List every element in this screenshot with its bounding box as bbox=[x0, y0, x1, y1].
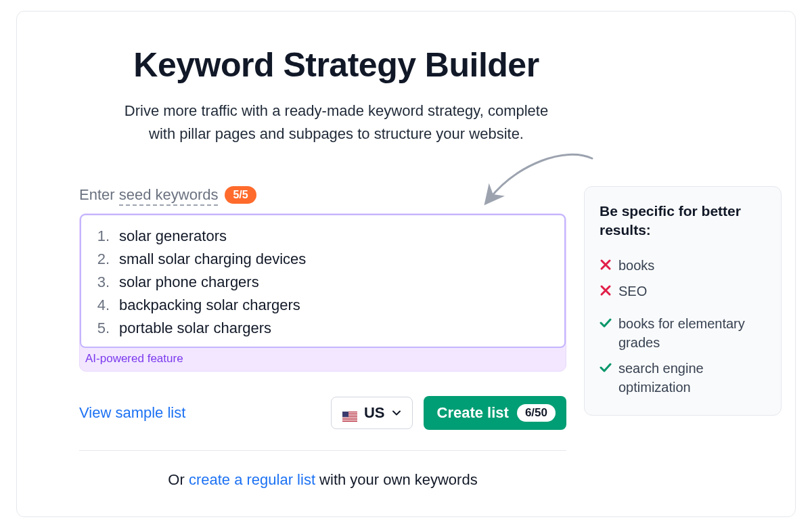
card: Keyword Strategy Builder Drive more traf… bbox=[16, 11, 796, 517]
alt-suffix: with your own keywords bbox=[315, 471, 478, 488]
seed-box: solar generators small solar charging de… bbox=[79, 213, 566, 372]
tip-bad-text: books bbox=[618, 256, 654, 275]
seed-item[interactable]: solar phone chargers bbox=[93, 271, 552, 294]
tip-bad-item: SEO bbox=[600, 278, 766, 304]
subtitle-line-1: Drive more traffic with a ready-made key… bbox=[125, 102, 548, 119]
seed-item[interactable]: solar generators bbox=[93, 225, 552, 248]
seed-label-prefix: Enter bbox=[79, 186, 119, 203]
seed-item-text: solar phone chargers bbox=[119, 273, 259, 291]
seed-list: solar generators small solar charging de… bbox=[93, 225, 552, 340]
check-icon bbox=[600, 361, 612, 374]
seed-item[interactable]: portable solar chargers bbox=[93, 317, 552, 340]
alternate-row: Or create a regular list with your own k… bbox=[79, 471, 566, 489]
svg-rect-6 bbox=[342, 420, 357, 420]
subtitle-line-2: with pillar pages and subpages to struct… bbox=[149, 125, 524, 142]
country-select[interactable]: US bbox=[331, 397, 413, 429]
us-flag-icon bbox=[342, 408, 357, 418]
tip-good-text: search engine optimization bbox=[618, 359, 766, 397]
main: Keyword Strategy Builder Drive more traf… bbox=[79, 45, 593, 489]
seed-input[interactable]: solar generators small solar charging de… bbox=[80, 214, 566, 348]
create-list-button[interactable]: Create list 6/50 bbox=[424, 396, 566, 430]
tip-good-item: books for elementary grades bbox=[600, 311, 766, 355]
x-icon bbox=[600, 284, 612, 296]
country-code: US bbox=[364, 404, 385, 422]
tip-good-item: search engine optimization bbox=[600, 355, 766, 400]
check-icon bbox=[600, 317, 612, 329]
subtitle: Drive more traffic with a ready-made key… bbox=[79, 100, 593, 146]
tip-card: Be specific for better results: books SE… bbox=[584, 186, 782, 416]
create-list-count-pill: 6/50 bbox=[517, 404, 556, 422]
divider bbox=[79, 450, 566, 451]
ai-feature-label: AI-powered feature bbox=[80, 348, 566, 371]
page-title: Keyword Strategy Builder bbox=[59, 45, 614, 85]
create-list-label: Create list bbox=[437, 404, 509, 422]
chevron-down-icon bbox=[392, 408, 401, 418]
x-icon bbox=[600, 259, 612, 271]
tip-list: books SEO books for elementary grades se… bbox=[600, 252, 766, 400]
svg-rect-4 bbox=[342, 417, 357, 418]
svg-rect-5 bbox=[342, 418, 357, 419]
seed-item[interactable]: backpacking solar chargers bbox=[93, 294, 552, 317]
seed-item-text: backpacking solar chargers bbox=[119, 296, 300, 314]
seed-count-badge: 5/5 bbox=[225, 186, 256, 204]
create-regular-list-link[interactable]: create a regular list bbox=[189, 471, 315, 488]
seed-item-text: solar generators bbox=[119, 227, 227, 245]
alt-prefix: Or bbox=[168, 471, 189, 488]
seed-item-text: small solar charging devices bbox=[119, 250, 306, 268]
seed-item-text: portable solar chargers bbox=[119, 320, 271, 337]
seed-label-row: Enter seed keywords 5/5 bbox=[79, 186, 593, 204]
tip-bad-text: SEO bbox=[618, 282, 647, 301]
actions-row: View sample list US Create list bbox=[79, 396, 566, 430]
tip-good-text: books for elementary grades bbox=[618, 314, 766, 352]
seed-label-dotted[interactable]: seed keywords bbox=[119, 186, 219, 206]
seed-label: Enter seed keywords bbox=[79, 186, 218, 204]
tip-bad-item: books bbox=[600, 252, 766, 278]
view-sample-link[interactable]: View sample list bbox=[79, 404, 185, 422]
svg-rect-7 bbox=[342, 412, 348, 417]
tip-title: Be specific for better results: bbox=[600, 202, 766, 240]
seed-item[interactable]: small solar charging devices bbox=[93, 248, 552, 271]
